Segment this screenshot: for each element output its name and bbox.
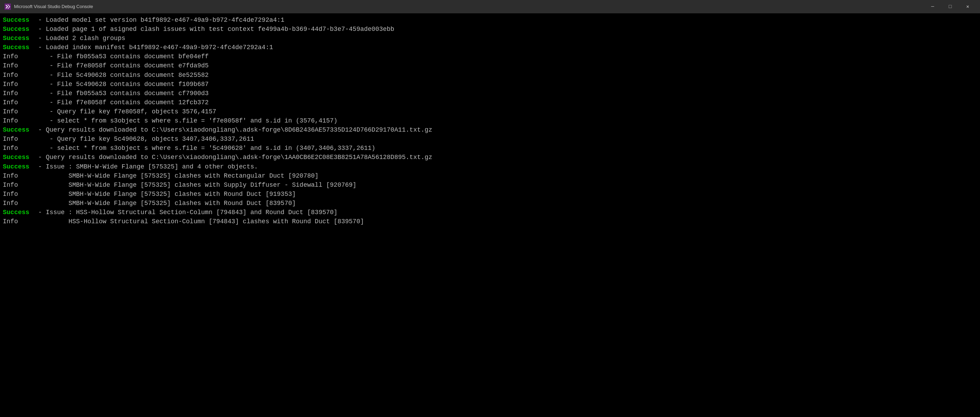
console-line: Info - select * from s3object s where s.…	[3, 116, 977, 125]
title-bar: Microsoft Visual Studio Debug Console ─ …	[0, 0, 980, 13]
line-text: - File fb055a53 contains document bfe04e…	[34, 52, 209, 61]
line-label: Success	[3, 208, 34, 217]
line-text: - select * from s3object s where s.file …	[34, 116, 337, 125]
line-text: - File 5c490628 contains document 8e5255…	[34, 70, 209, 80]
vs-icon	[4, 3, 11, 10]
window-controls: ─ □ ✕	[924, 2, 976, 11]
console-line: Success - Query results downloaded to C:…	[3, 153, 977, 162]
line-label: Info	[3, 199, 34, 208]
console-line: Success - Loaded 2 clash groups	[3, 34, 977, 43]
line-text: - Loaded 2 clash groups	[34, 34, 125, 43]
console-line: Info - File fb055a53 contains document c…	[3, 89, 977, 98]
line-label: Success	[3, 16, 34, 25]
line-label: Success	[3, 34, 34, 43]
line-label: Success	[3, 153, 34, 162]
console-line: Info - File f7e8058f contains document 1…	[3, 98, 977, 107]
close-button[interactable]: ✕	[960, 2, 976, 11]
line-text: HSS-Hollow Structural Section-Column [79…	[34, 217, 364, 226]
line-text: - Issue : SMBH-W-Wide Flange [575325] an…	[34, 162, 258, 171]
line-label: Info	[3, 80, 34, 89]
line-text: SMBH-W-Wide Flange [575325] clashes with…	[34, 181, 356, 190]
line-label: Info	[3, 61, 34, 70]
console-line: Success - Loaded model set version b41f9…	[3, 16, 977, 25]
console-line: Success - Query results downloaded to C:…	[3, 125, 977, 134]
line-text: - Query results downloaded to C:\Users\x…	[34, 153, 432, 162]
line-label: Info	[3, 107, 34, 116]
minimize-button[interactable]: ─	[924, 2, 941, 11]
console-line: Info SMBH-W-Wide Flange [575325] clashes…	[3, 181, 977, 190]
line-text: - File 5c490628 contains document f109b6…	[34, 80, 209, 89]
window: Microsoft Visual Studio Debug Console ─ …	[0, 0, 980, 417]
line-text: - Loaded page 1 of asigned clash issues …	[34, 25, 394, 34]
console-line: Info - File fb055a53 contains document b…	[3, 52, 977, 61]
console-line: Success - Loaded page 1 of asigned clash…	[3, 25, 977, 34]
line-label: Info	[3, 190, 34, 199]
console-line: Info - Query file key f7e8058f, objects …	[3, 107, 977, 116]
console-line: Info - File 5c490628 contains document 8…	[3, 70, 977, 80]
title-bar-left: Microsoft Visual Studio Debug Console	[4, 3, 93, 10]
console-line: Success - Loaded index manifest b41f9892…	[3, 43, 977, 52]
console-line: Success - Issue : SMBH-W-Wide Flange [57…	[3, 162, 977, 171]
line-label: Info	[3, 98, 34, 107]
line-text: - Query file key f7e8058f, objects 3576,…	[34, 107, 216, 116]
line-label: Info	[3, 144, 34, 153]
console-line: Info - Query file key 5c490628, objects …	[3, 134, 977, 144]
window-title: Microsoft Visual Studio Debug Console	[14, 3, 93, 10]
console-line: Info SMBH-W-Wide Flange [575325] clashes…	[3, 190, 977, 199]
line-label: Info	[3, 52, 34, 61]
line-text: - Loaded model set version b41f9892-e467…	[34, 16, 285, 25]
line-text: SMBH-W-Wide Flange [575325] clashes with…	[34, 171, 318, 181]
line-text: - select * from s3object s where s.file …	[34, 144, 375, 153]
line-label: Success	[3, 43, 34, 52]
line-label: Info	[3, 171, 34, 181]
line-text: - File f7e8058f contains document 12fcb3…	[34, 98, 209, 107]
console-line: Info SMBH-W-Wide Flange [575325] clashes…	[3, 171, 977, 181]
console-line: Info - select * from s3object s where s.…	[3, 144, 977, 153]
line-text: - Query results downloaded to C:\Users\x…	[34, 125, 432, 134]
console-line: Success - Issue : HSS-Hollow Structural …	[3, 208, 977, 217]
line-text: SMBH-W-Wide Flange [575325] clashes with…	[34, 199, 296, 208]
line-label: Success	[3, 125, 34, 134]
line-label: Info	[3, 89, 34, 98]
line-label: Success	[3, 25, 34, 34]
line-text: - Issue : HSS-Hollow Structural Section-…	[34, 208, 337, 217]
console-line: Info - File f7e8058f contains document e…	[3, 61, 977, 70]
line-text: - Loaded index manifest b41f9892-e467-49…	[34, 43, 273, 52]
line-text: SMBH-W-Wide Flange [575325] clashes with…	[34, 190, 296, 199]
line-label: Success	[3, 162, 34, 171]
console-line: Info SMBH-W-Wide Flange [575325] clashes…	[3, 199, 977, 208]
line-label: Info	[3, 217, 34, 226]
console-line: Info - File 5c490628 contains document f…	[3, 80, 977, 89]
line-label: Info	[3, 134, 34, 144]
maximize-button[interactable]: □	[942, 2, 958, 11]
line-label: Info	[3, 181, 34, 190]
line-label: Info	[3, 70, 34, 80]
line-text: - File fb055a53 contains document cf7900…	[34, 89, 209, 98]
line-text: - Query file key 5c490628, objects 3407,…	[34, 134, 254, 144]
line-label: Info	[3, 116, 34, 125]
console-output: Success - Loaded model set version b41f9…	[0, 13, 980, 417]
console-line: Info HSS-Hollow Structural Section-Colum…	[3, 217, 977, 226]
line-text: - File f7e8058f contains document e7fda9…	[34, 61, 209, 70]
